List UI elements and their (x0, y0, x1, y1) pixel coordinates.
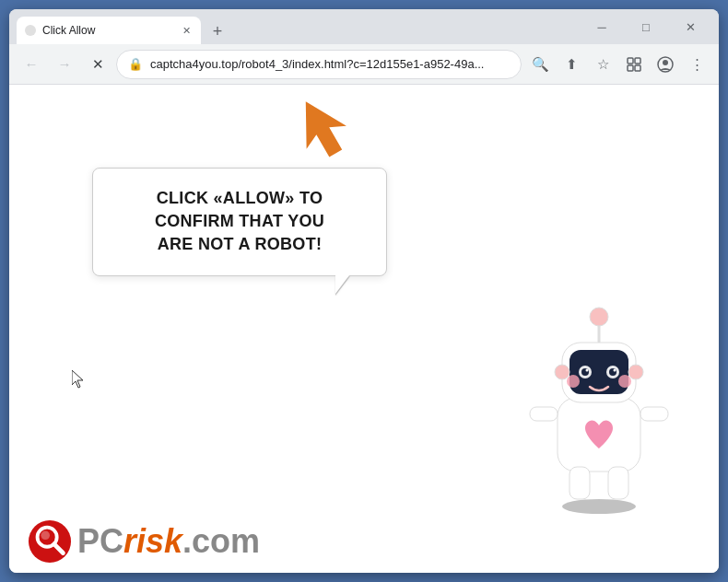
profile-icon (657, 56, 674, 73)
logo-domain: .com (182, 522, 260, 560)
svg-rect-13 (569, 467, 590, 499)
svg-marker-8 (293, 92, 353, 161)
svg-point-17 (590, 308, 608, 326)
bubble-text: CLICK «ALLOW» TO CONFIRM THAT YOU ARE NO… (115, 187, 364, 257)
svg-rect-14 (608, 467, 628, 499)
pcrisk-logo-icon (28, 519, 72, 564)
browser-window: Click Allow ✕ + ─ □ ✕ ← → ✕ 🔒 captcha4yo… (9, 9, 719, 573)
back-button[interactable]: ← (17, 50, 46, 79)
minimize-button[interactable]: ─ (581, 13, 623, 41)
pcrisk-logo-text: PCrisk.com (77, 525, 260, 558)
tab-favicon (24, 24, 37, 37)
profile-button[interactable] (651, 50, 680, 79)
tab-title: Click Allow (42, 24, 173, 37)
search-button[interactable]: 🔍 (525, 50, 555, 79)
menu-button[interactable]: ⋮ (682, 50, 711, 79)
share-button[interactable]: ⬆ (557, 50, 586, 79)
svg-point-28 (618, 375, 631, 388)
svg-rect-11 (530, 407, 558, 421)
tab-strip: Click Allow ✕ + (17, 9, 577, 44)
extensions-icon (627, 57, 641, 72)
svg-point-27 (567, 375, 580, 388)
page-content: CLICK «ALLOW» TO CONFIRM THAT YOU ARE NO… (9, 85, 719, 573)
svg-point-30 (628, 365, 643, 379)
cursor (72, 370, 85, 392)
robot-illustration (507, 260, 691, 518)
svg-rect-4 (635, 65, 640, 71)
navigation-bar: ← → ✕ 🔒 captcha4you.top/robot4_3/index.h… (9, 44, 719, 85)
arrow-icon (293, 92, 353, 161)
new-tab-button[interactable]: + (205, 18, 230, 44)
lock-icon: 🔒 (128, 57, 143, 71)
svg-rect-2 (635, 58, 640, 64)
bubble-line1: CLICK «ALLOW» TO CONFIRM THAT YOU (155, 189, 324, 230)
svg-point-6 (663, 60, 668, 65)
cursor-icon (72, 370, 85, 389)
logo-pc: PC (77, 522, 123, 560)
logo-risk: risk (123, 522, 182, 560)
svg-rect-3 (628, 65, 633, 71)
nav-actions: 🔍 ⬆ ☆ ⋮ (525, 50, 711, 79)
svg-point-26 (614, 369, 616, 372)
svg-point-9 (562, 499, 636, 514)
svg-rect-12 (640, 407, 668, 421)
pcrisk-logo: PCrisk.com (28, 519, 260, 564)
svg-rect-1 (628, 58, 633, 64)
extensions-button[interactable] (619, 50, 649, 79)
url-text: captcha4you.top/robot4_3/index.html?c=12… (150, 57, 510, 71)
robot-svg (507, 260, 691, 518)
bookmark-button[interactable]: ☆ (588, 50, 617, 79)
window-controls: ─ □ ✕ (581, 13, 711, 41)
maximize-button[interactable]: □ (625, 13, 667, 41)
svg-point-33 (41, 530, 50, 540)
svg-point-0 (25, 25, 36, 36)
svg-point-25 (586, 369, 589, 372)
reload-button[interactable]: ✕ (83, 50, 112, 79)
close-button[interactable]: ✕ (669, 13, 711, 41)
svg-point-29 (555, 365, 569, 379)
active-tab[interactable]: Click Allow ✕ (17, 17, 201, 44)
speech-bubble: CLICK «ALLOW» TO CONFIRM THAT YOU ARE NO… (92, 168, 387, 276)
bubble-line2: ARE NOT A ROBOT! (158, 235, 322, 253)
address-bar[interactable]: 🔒 captcha4you.top/robot4_3/index.html?c=… (116, 50, 522, 79)
tab-close-button[interactable]: ✕ (179, 23, 194, 38)
arrow-container (293, 92, 353, 165)
forward-button[interactable]: → (50, 50, 79, 79)
title-bar: Click Allow ✕ + ─ □ ✕ (9, 9, 719, 44)
